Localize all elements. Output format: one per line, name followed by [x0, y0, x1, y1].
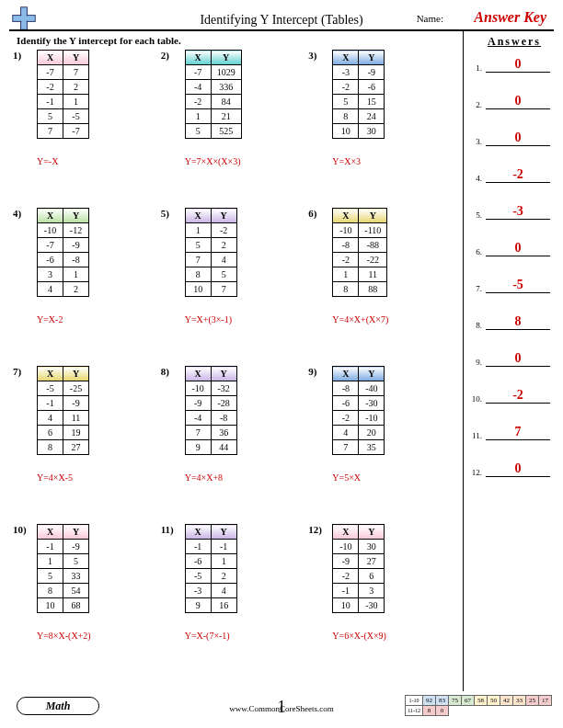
- cell-x: 3: [38, 267, 63, 282]
- col-x: X: [38, 367, 63, 381]
- problem-4: 4)XY-10-12-7-9-6-83142Y=X-2: [13, 208, 154, 366]
- problem-number: 7): [13, 366, 21, 377]
- answer-number: 10.: [469, 394, 482, 404]
- cell-y: -10: [359, 411, 385, 426]
- cell-y: 11: [63, 411, 89, 426]
- name-label: Name:: [417, 13, 443, 24]
- answer-number: 7.: [469, 284, 482, 293]
- answer-row-5: 5.-3: [469, 204, 550, 220]
- col-x: X: [333, 209, 359, 223]
- cell-y: -30: [359, 396, 385, 411]
- col-y: Y: [359, 51, 385, 65]
- table-row: -1-1: [185, 540, 236, 554]
- answer-value: -2: [486, 388, 550, 404]
- xy-table: XY-1-9155338541068: [37, 524, 89, 613]
- cell-y: 1: [63, 267, 89, 282]
- cell-y: -9: [63, 540, 89, 554]
- problem-5: 5)XY1-2527485107Y=X+(3×-1): [161, 208, 302, 366]
- answer-number: 9.: [469, 358, 482, 367]
- problem-7: 7)XY-5-25-1-9411619827Y=4×X-5: [13, 366, 154, 524]
- score-cell: 58: [475, 696, 488, 706]
- table-row: -927: [333, 554, 385, 569]
- table-row: 619: [38, 426, 89, 440]
- xy-table: XY-1030-927-26-1310-30: [332, 524, 385, 613]
- table-row: -4336: [185, 80, 241, 95]
- cell-y: 27: [359, 554, 385, 569]
- score-cell: 75: [449, 696, 462, 706]
- cell-y: 15: [359, 95, 385, 109]
- table-row: -1-9: [38, 540, 89, 554]
- cell-y: -22: [359, 253, 387, 267]
- cell-y: 11: [359, 267, 387, 282]
- formula: Y=5×X: [332, 472, 361, 483]
- problem-10: 10)XY-1-9155338541068Y=8×X-(X+2): [13, 524, 154, 682]
- col-y: Y: [211, 367, 236, 381]
- table-row: 736: [185, 426, 236, 440]
- cell-y: 36: [211, 426, 236, 440]
- cell-y: -8: [63, 253, 89, 267]
- table-row: -10-32: [185, 381, 236, 396]
- answer-number: 4.: [469, 174, 482, 183]
- answer-number: 6.: [469, 247, 482, 256]
- instruction-text: Identify the Y intercept for each table.: [17, 35, 181, 46]
- cell-x: 8: [38, 584, 63, 598]
- xy-table: XY-10-32-9-28-4-8736944: [185, 366, 237, 455]
- col-x: X: [185, 525, 211, 540]
- answer-number: 1.: [469, 63, 482, 73]
- cell-x: -6: [38, 253, 63, 267]
- answer-row-6: 6.0: [469, 241, 550, 256]
- cell-x: -7: [38, 238, 63, 253]
- cell-x: -3: [333, 65, 359, 80]
- answer-value: 0: [486, 461, 550, 477]
- table-row: 533: [38, 569, 89, 584]
- cell-x: -2: [38, 80, 63, 95]
- cell-x: 9: [185, 598, 211, 613]
- score-cell: 25: [526, 696, 539, 706]
- score-cell: 83: [436, 696, 449, 706]
- table-row: 1030: [333, 124, 385, 139]
- cell-x: -8: [333, 381, 359, 396]
- cell-x: 1: [185, 109, 211, 124]
- table-row: 5-5: [38, 109, 89, 124]
- formula: Y=X-2: [37, 314, 63, 324]
- cell-x: 7: [38, 124, 63, 139]
- formula: Y=7×X×(X×3): [185, 156, 241, 166]
- cell-y: 5: [211, 267, 236, 282]
- xy-table: XY-1-1-61-52-34916: [185, 524, 237, 613]
- cell-y: 33: [63, 569, 89, 584]
- cell-x: -7: [38, 65, 63, 80]
- answer-value: -3: [486, 204, 550, 220]
- answer-row-3: 3.0: [469, 131, 550, 146]
- score-cell: 67: [462, 696, 475, 706]
- formula: Y=4×X+(X×7): [332, 314, 388, 324]
- table-row: 121: [185, 109, 241, 124]
- score-cell: 8: [423, 706, 436, 716]
- cell-x: 8: [333, 109, 359, 124]
- xy-table: XY-10-110-8-88-2-22111888: [332, 208, 387, 297]
- table-row: 420: [333, 426, 385, 440]
- answer-value: 0: [486, 57, 550, 73]
- cell-y: 1: [63, 95, 89, 109]
- table-row: -7-9: [38, 238, 89, 253]
- problem-number: 5): [161, 208, 169, 219]
- col-x: X: [185, 209, 211, 223]
- table-row: -9-28: [185, 396, 236, 411]
- table-row: 15: [38, 554, 89, 569]
- cell-x: 8: [38, 440, 63, 455]
- answer-value: 0: [486, 351, 550, 367]
- formula: Y=X-(7×-1): [185, 631, 230, 641]
- cell-y: 4: [211, 584, 236, 598]
- xy-table: XY-8-40-6-30-2-10420735: [332, 366, 385, 455]
- cell-y: -40: [359, 381, 385, 396]
- xy-table: XY-10-12-7-9-6-83142: [37, 208, 89, 297]
- cell-x: 8: [333, 282, 359, 297]
- table-row: -1-9: [38, 396, 89, 411]
- cell-x: -1: [38, 95, 63, 109]
- cell-x: -2: [333, 411, 359, 426]
- formula: Y=X+(3×-1): [185, 314, 232, 324]
- answer-number: 2.: [469, 100, 482, 109]
- table-row: -2-22: [333, 253, 387, 267]
- problem-number: 1): [13, 50, 21, 61]
- col-y: Y: [359, 209, 387, 223]
- problem-number: 10): [13, 524, 27, 535]
